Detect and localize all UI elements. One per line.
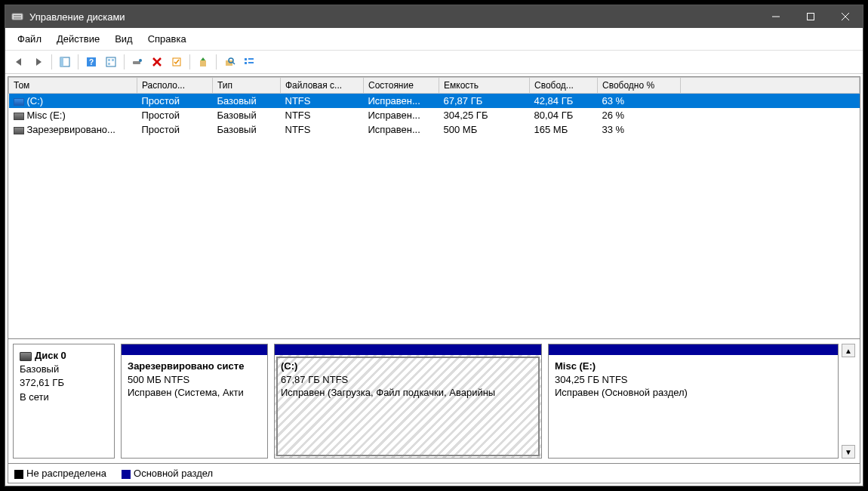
partition-status: Исправен (Основной раздел) xyxy=(555,387,688,398)
volume-type: Базовый xyxy=(213,94,281,109)
svg-rect-29 xyxy=(245,62,247,64)
scroll-arrows: ▲ ▼ xyxy=(842,344,855,459)
volume-status: Исправен... xyxy=(364,94,439,109)
volume-fs: NTFS xyxy=(281,122,364,137)
legend-swatch-navy xyxy=(122,470,131,479)
legend-item-unallocated: Не распределена xyxy=(14,468,106,479)
volume-pct: 33 % xyxy=(598,122,681,137)
svg-marker-23 xyxy=(201,57,205,60)
col-type[interactable]: Тип xyxy=(213,78,281,94)
settings-button[interactable] xyxy=(128,53,146,71)
maximize-button[interactable] xyxy=(793,5,828,28)
forward-button[interactable] xyxy=(29,53,48,71)
partition-body: (C:) 67,87 ГБ NTFS Исправен (Загрузка, Ф… xyxy=(275,355,541,458)
menu-action[interactable]: Действие xyxy=(49,31,107,47)
scroll-up-button[interactable]: ▲ xyxy=(842,344,855,357)
volume-free: 80,04 ГБ xyxy=(530,108,598,122)
col-free[interactable]: Свобод... xyxy=(530,78,598,94)
volume-name: Misc (E:) xyxy=(27,110,66,121)
toolbar-separator xyxy=(216,54,217,69)
volume-fs: NTFS xyxy=(281,94,364,109)
disk-info-box[interactable]: Диск 0 Базовый 372,61 ГБ В сети xyxy=(13,344,115,459)
svg-rect-30 xyxy=(248,62,254,63)
disk-online: В сети xyxy=(20,391,108,404)
window-title: Управление дисками xyxy=(29,11,759,23)
delete-button[interactable] xyxy=(148,53,166,71)
help-button[interactable]: ? xyxy=(82,53,100,71)
list-button[interactable] xyxy=(240,53,258,71)
find-button[interactable] xyxy=(220,53,239,71)
partition-box[interactable]: (C:) 67,87 ГБ NTFS Исправен (Загрузка, Ф… xyxy=(274,344,542,459)
partition-title: Зарезервировано систе xyxy=(128,360,244,372)
partition-body: Misc (E:) 304,25 ГБ NTFS Исправен (Основ… xyxy=(549,355,838,458)
legend: Не распределена Основной раздел xyxy=(8,463,860,483)
col-layout[interactable]: Располо... xyxy=(137,78,213,94)
partition-stripe xyxy=(122,344,267,355)
volume-icon xyxy=(14,113,24,120)
svg-rect-22 xyxy=(200,60,206,66)
refresh-button[interactable] xyxy=(102,53,120,71)
app-icon xyxy=(11,11,23,23)
svg-rect-17 xyxy=(133,61,140,64)
volume-icon xyxy=(14,127,24,134)
col-spacer xyxy=(681,78,860,94)
volume-fs: NTFS xyxy=(281,108,364,122)
partition-stripe xyxy=(275,344,541,355)
minimize-button[interactable] xyxy=(759,5,793,28)
table-row[interactable]: Misc (E:) Простой Базовый NTFS Исправен.… xyxy=(9,108,860,122)
scroll-down-button[interactable]: ▼ xyxy=(842,445,855,459)
svg-marker-7 xyxy=(16,58,21,66)
volume-free: 42,84 ГБ xyxy=(530,94,598,109)
legend-swatch-black xyxy=(14,470,23,479)
svg-rect-28 xyxy=(248,58,254,60)
col-free-percent[interactable]: Свободно % xyxy=(598,78,681,94)
legend-item-primary: Основной раздел xyxy=(122,468,213,479)
col-capacity[interactable]: Емкость xyxy=(439,78,530,94)
partition-size: 304,25 ГБ NTFS xyxy=(555,374,628,385)
partition-body: Зарезервировано систе 500 МБ NTFS Исправ… xyxy=(122,355,267,458)
volume-type: Базовый xyxy=(213,108,281,122)
partition-stripe xyxy=(549,344,838,355)
menu-file[interactable]: Файл xyxy=(10,31,49,47)
menu-view[interactable]: Вид xyxy=(107,31,140,47)
toolbar-separator xyxy=(78,54,78,69)
table-row[interactable]: Зарезервировано... Простой Базовый NTFS … xyxy=(9,122,860,137)
titlebar: Управление дисками xyxy=(5,5,863,28)
close-button[interactable] xyxy=(828,5,863,28)
legend-label: Не распределена xyxy=(26,468,106,479)
menu-help[interactable]: Справка xyxy=(140,31,194,47)
svg-rect-13 xyxy=(106,57,115,66)
partition-box[interactable]: Зарезервировано систе 500 МБ NTFS Исправ… xyxy=(121,344,268,459)
col-filesystem[interactable]: Файловая с... xyxy=(281,78,364,94)
table-header-row: Том Располо... Тип Файловая с... Состоян… xyxy=(9,78,860,94)
content-area: Том Располо... Тип Файловая с... Состоян… xyxy=(8,76,860,483)
volume-free: 165 МБ xyxy=(530,122,598,137)
volume-layout: Простой xyxy=(137,94,213,109)
col-status[interactable]: Состояние xyxy=(364,78,439,94)
export-button[interactable] xyxy=(194,53,212,71)
back-button[interactable] xyxy=(10,53,28,71)
volume-name: Зарезервировано... xyxy=(27,124,115,135)
svg-rect-27 xyxy=(245,58,247,60)
partition-box[interactable]: Misc (E:) 304,25 ГБ NTFS Исправен (Основ… xyxy=(548,344,839,459)
svg-rect-10 xyxy=(60,57,63,66)
volume-icon xyxy=(14,98,24,106)
table-row[interactable]: (C:) Простой Базовый NTFS Исправен... 67… xyxy=(9,94,860,109)
menubar: Файл Действие Вид Справка xyxy=(5,28,863,51)
volume-capacity: 304,25 ГБ xyxy=(439,108,530,122)
svg-text:?: ? xyxy=(89,58,94,66)
show-hide-tree-button[interactable] xyxy=(56,53,74,71)
partition-status: Исправен (Система, Акти xyxy=(128,387,244,398)
volume-capacity: 500 МБ xyxy=(439,122,530,137)
properties-button[interactable] xyxy=(168,53,186,71)
svg-rect-2 xyxy=(14,17,21,19)
partition-size: 67,87 ГБ NTFS xyxy=(281,374,348,385)
app-window: Управление дисками Файл Действие Вид Спр… xyxy=(5,5,863,486)
toolbar: ? xyxy=(5,51,863,74)
partition-title: Misc (E:) xyxy=(555,360,596,372)
svg-rect-14 xyxy=(108,59,110,61)
partition-title: (C:) xyxy=(281,360,297,372)
col-volume[interactable]: Том xyxy=(9,78,137,94)
svg-rect-15 xyxy=(112,59,114,61)
volume-pct: 26 % xyxy=(598,108,681,122)
